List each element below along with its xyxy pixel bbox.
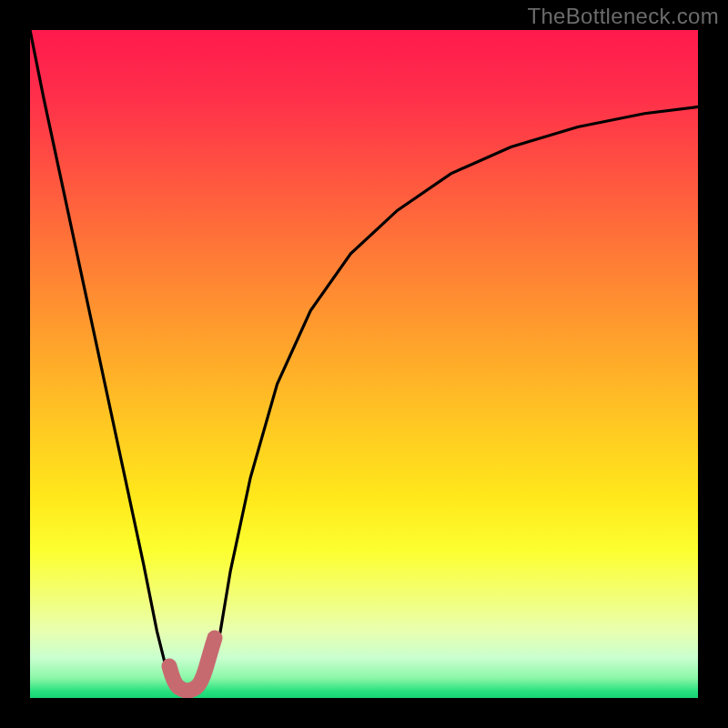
bottleneck-curve <box>30 30 698 694</box>
plot-area <box>30 30 698 698</box>
watermark-text: TheBottleneck.com <box>527 4 719 29</box>
chart-frame: TheBottleneck.com <box>0 0 728 728</box>
curve-svg <box>30 30 698 698</box>
highlight-region <box>169 638 215 691</box>
